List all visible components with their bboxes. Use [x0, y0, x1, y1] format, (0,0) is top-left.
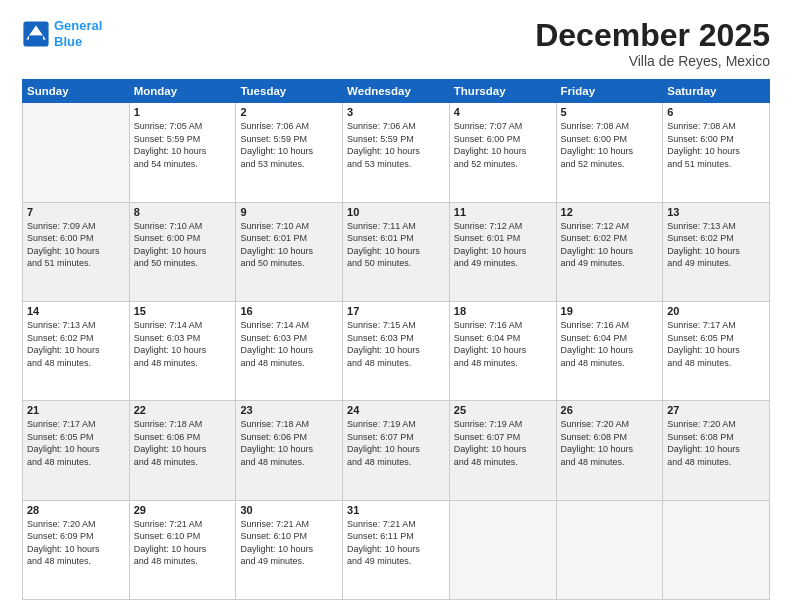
logo-icon: [22, 20, 50, 48]
day-number: 5: [561, 106, 659, 118]
day-info: Sunrise: 7:16 AM Sunset: 6:04 PM Dayligh…: [454, 319, 552, 369]
calendar-cell: 26Sunrise: 7:20 AM Sunset: 6:08 PM Dayli…: [556, 401, 663, 500]
day-number: 20: [667, 305, 765, 317]
day-number: 18: [454, 305, 552, 317]
calendar-cell: 27Sunrise: 7:20 AM Sunset: 6:08 PM Dayli…: [663, 401, 770, 500]
week-row-5: 28Sunrise: 7:20 AM Sunset: 6:09 PM Dayli…: [23, 500, 770, 599]
calendar-cell: 10Sunrise: 7:11 AM Sunset: 6:01 PM Dayli…: [343, 202, 450, 301]
page: General Blue December 2025 Villa de Reye…: [0, 0, 792, 612]
calendar-cell: 7Sunrise: 7:09 AM Sunset: 6:00 PM Daylig…: [23, 202, 130, 301]
day-number: 10: [347, 206, 445, 218]
logo-line2: Blue: [54, 34, 82, 49]
calendar-cell: 30Sunrise: 7:21 AM Sunset: 6:10 PM Dayli…: [236, 500, 343, 599]
day-number: 19: [561, 305, 659, 317]
day-number: 29: [134, 504, 232, 516]
day-header-tuesday: Tuesday: [236, 80, 343, 103]
day-info: Sunrise: 7:21 AM Sunset: 6:10 PM Dayligh…: [134, 518, 232, 568]
day-number: 12: [561, 206, 659, 218]
day-info: Sunrise: 7:08 AM Sunset: 6:00 PM Dayligh…: [561, 120, 659, 170]
calendar-cell: 25Sunrise: 7:19 AM Sunset: 6:07 PM Dayli…: [449, 401, 556, 500]
day-info: Sunrise: 7:08 AM Sunset: 6:00 PM Dayligh…: [667, 120, 765, 170]
day-info: Sunrise: 7:13 AM Sunset: 6:02 PM Dayligh…: [667, 220, 765, 270]
day-number: 2: [240, 106, 338, 118]
calendar-cell: 1Sunrise: 7:05 AM Sunset: 5:59 PM Daylig…: [129, 103, 236, 202]
calendar-cell: 18Sunrise: 7:16 AM Sunset: 6:04 PM Dayli…: [449, 301, 556, 400]
calendar-cell: 4Sunrise: 7:07 AM Sunset: 6:00 PM Daylig…: [449, 103, 556, 202]
day-number: 17: [347, 305, 445, 317]
day-info: Sunrise: 7:20 AM Sunset: 6:08 PM Dayligh…: [667, 418, 765, 468]
day-info: Sunrise: 7:18 AM Sunset: 6:06 PM Dayligh…: [134, 418, 232, 468]
day-number: 11: [454, 206, 552, 218]
calendar-cell: 23Sunrise: 7:18 AM Sunset: 6:06 PM Dayli…: [236, 401, 343, 500]
logo-text: General Blue: [54, 18, 102, 49]
svg-rect-2: [29, 35, 43, 41]
day-info: Sunrise: 7:06 AM Sunset: 5:59 PM Dayligh…: [347, 120, 445, 170]
day-info: Sunrise: 7:19 AM Sunset: 6:07 PM Dayligh…: [454, 418, 552, 468]
calendar-cell: [23, 103, 130, 202]
calendar-cell: [663, 500, 770, 599]
day-info: Sunrise: 7:21 AM Sunset: 6:10 PM Dayligh…: [240, 518, 338, 568]
calendar-cell: [449, 500, 556, 599]
day-info: Sunrise: 7:14 AM Sunset: 6:03 PM Dayligh…: [240, 319, 338, 369]
calendar-cell: 19Sunrise: 7:16 AM Sunset: 6:04 PM Dayli…: [556, 301, 663, 400]
title-block: December 2025 Villa de Reyes, Mexico: [535, 18, 770, 69]
day-info: Sunrise: 7:17 AM Sunset: 6:05 PM Dayligh…: [27, 418, 125, 468]
calendar-cell: 24Sunrise: 7:19 AM Sunset: 6:07 PM Dayli…: [343, 401, 450, 500]
day-number: 21: [27, 404, 125, 416]
subtitle: Villa de Reyes, Mexico: [535, 53, 770, 69]
calendar-cell: 20Sunrise: 7:17 AM Sunset: 6:05 PM Dayli…: [663, 301, 770, 400]
day-number: 28: [27, 504, 125, 516]
day-info: Sunrise: 7:20 AM Sunset: 6:08 PM Dayligh…: [561, 418, 659, 468]
day-number: 15: [134, 305, 232, 317]
day-info: Sunrise: 7:10 AM Sunset: 6:00 PM Dayligh…: [134, 220, 232, 270]
calendar-cell: 31Sunrise: 7:21 AM Sunset: 6:11 PM Dayli…: [343, 500, 450, 599]
day-info: Sunrise: 7:16 AM Sunset: 6:04 PM Dayligh…: [561, 319, 659, 369]
month-title: December 2025: [535, 18, 770, 53]
calendar-cell: [556, 500, 663, 599]
day-number: 22: [134, 404, 232, 416]
day-number: 9: [240, 206, 338, 218]
day-number: 8: [134, 206, 232, 218]
day-number: 26: [561, 404, 659, 416]
calendar-cell: 5Sunrise: 7:08 AM Sunset: 6:00 PM Daylig…: [556, 103, 663, 202]
day-number: 14: [27, 305, 125, 317]
day-number: 30: [240, 504, 338, 516]
calendar-cell: 13Sunrise: 7:13 AM Sunset: 6:02 PM Dayli…: [663, 202, 770, 301]
day-info: Sunrise: 7:07 AM Sunset: 6:00 PM Dayligh…: [454, 120, 552, 170]
day-number: 7: [27, 206, 125, 218]
week-row-4: 21Sunrise: 7:17 AM Sunset: 6:05 PM Dayli…: [23, 401, 770, 500]
calendar-cell: 8Sunrise: 7:10 AM Sunset: 6:00 PM Daylig…: [129, 202, 236, 301]
calendar-cell: 6Sunrise: 7:08 AM Sunset: 6:00 PM Daylig…: [663, 103, 770, 202]
day-info: Sunrise: 7:11 AM Sunset: 6:01 PM Dayligh…: [347, 220, 445, 270]
day-number: 25: [454, 404, 552, 416]
calendar-cell: 11Sunrise: 7:12 AM Sunset: 6:01 PM Dayli…: [449, 202, 556, 301]
day-header-saturday: Saturday: [663, 80, 770, 103]
day-info: Sunrise: 7:05 AM Sunset: 5:59 PM Dayligh…: [134, 120, 232, 170]
day-info: Sunrise: 7:12 AM Sunset: 6:01 PM Dayligh…: [454, 220, 552, 270]
day-number: 6: [667, 106, 765, 118]
week-row-1: 1Sunrise: 7:05 AM Sunset: 5:59 PM Daylig…: [23, 103, 770, 202]
calendar-cell: 15Sunrise: 7:14 AM Sunset: 6:03 PM Dayli…: [129, 301, 236, 400]
day-header-wednesday: Wednesday: [343, 80, 450, 103]
week-row-3: 14Sunrise: 7:13 AM Sunset: 6:02 PM Dayli…: [23, 301, 770, 400]
calendar-cell: 14Sunrise: 7:13 AM Sunset: 6:02 PM Dayli…: [23, 301, 130, 400]
day-info: Sunrise: 7:12 AM Sunset: 6:02 PM Dayligh…: [561, 220, 659, 270]
day-info: Sunrise: 7:20 AM Sunset: 6:09 PM Dayligh…: [27, 518, 125, 568]
day-header-thursday: Thursday: [449, 80, 556, 103]
day-info: Sunrise: 7:18 AM Sunset: 6:06 PM Dayligh…: [240, 418, 338, 468]
calendar-cell: 22Sunrise: 7:18 AM Sunset: 6:06 PM Dayli…: [129, 401, 236, 500]
day-header-sunday: Sunday: [23, 80, 130, 103]
day-number: 4: [454, 106, 552, 118]
day-number: 1: [134, 106, 232, 118]
calendar: SundayMondayTuesdayWednesdayThursdayFrid…: [22, 79, 770, 600]
day-header-friday: Friday: [556, 80, 663, 103]
day-info: Sunrise: 7:10 AM Sunset: 6:01 PM Dayligh…: [240, 220, 338, 270]
day-info: Sunrise: 7:15 AM Sunset: 6:03 PM Dayligh…: [347, 319, 445, 369]
day-number: 13: [667, 206, 765, 218]
day-number: 24: [347, 404, 445, 416]
calendar-cell: 28Sunrise: 7:20 AM Sunset: 6:09 PM Dayli…: [23, 500, 130, 599]
calendar-cell: 16Sunrise: 7:14 AM Sunset: 6:03 PM Dayli…: [236, 301, 343, 400]
day-number: 16: [240, 305, 338, 317]
calendar-cell: 21Sunrise: 7:17 AM Sunset: 6:05 PM Dayli…: [23, 401, 130, 500]
day-info: Sunrise: 7:06 AM Sunset: 5:59 PM Dayligh…: [240, 120, 338, 170]
